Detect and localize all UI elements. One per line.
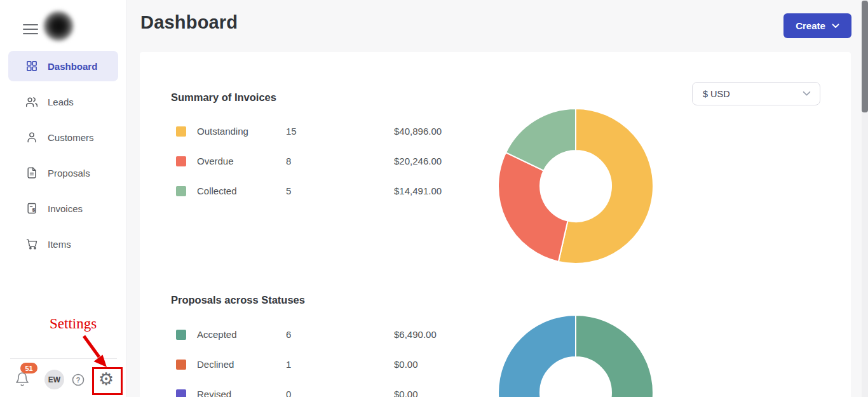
notifications-button[interactable]	[15, 372, 30, 389]
legend-label: Overdue	[197, 156, 234, 166]
legend-count: 1	[286, 359, 291, 370]
legend-count: 5	[286, 185, 291, 196]
legend-amount: $6,490.00	[394, 329, 437, 340]
legend-label: Accepted	[197, 329, 237, 340]
legend-label: Collected	[197, 185, 237, 196]
legend-swatch	[176, 360, 186, 370]
settings-button[interactable]: ⚙	[98, 371, 114, 388]
legend-amount: $20,246.00	[394, 156, 442, 166]
create-button[interactable]: Create	[783, 13, 851, 38]
legend-label: Declined	[197, 359, 234, 370]
dashboard-grid-icon	[25, 60, 38, 72]
help-button[interactable]: ?	[71, 373, 85, 389]
sidebar-divider	[10, 358, 117, 359]
legend-amount: $0.00	[394, 359, 418, 370]
chevron-down-icon	[803, 91, 811, 97]
create-button-label: Create	[796, 20, 825, 31]
sidebar-item-invoices[interactable]: $ Invoices	[8, 193, 118, 224]
invoice-dollar-icon: $	[25, 202, 38, 215]
sidebar-item-label: Invoices	[48, 203, 83, 214]
legend-swatch	[176, 186, 186, 196]
legend-count: 8	[286, 156, 291, 166]
legend-swatch	[176, 126, 186, 137]
sidebar-item-label: Items	[48, 239, 71, 250]
legend-swatch	[176, 330, 186, 340]
sidebar-item-customers[interactable]: Customers	[8, 122, 118, 152]
legend-label: Outstanding	[197, 126, 248, 137]
notification-badge: 51	[20, 363, 37, 373]
sidebar-item-label: Customers	[48, 132, 94, 143]
legend-count: 0	[286, 389, 291, 397]
svg-text:?: ?	[76, 376, 80, 384]
sidebar-item-proposals[interactable]: Proposals	[8, 158, 118, 188]
app-root: Dashboard Leads Customers	[0, 0, 868, 397]
sidebar-item-label: Proposals	[48, 168, 90, 178]
document-icon	[25, 166, 38, 179]
dashboard-card: $ USD Summary of Invoices Outstanding 15…	[140, 52, 851, 397]
currency-select[interactable]: $ USD	[692, 82, 820, 105]
legend-amount: $40,896.00	[394, 126, 442, 137]
customer-icon	[25, 131, 38, 144]
currency-value: $ USD	[703, 89, 730, 99]
invoices-donut-chart	[493, 104, 658, 269]
legend-swatch	[176, 389, 186, 397]
sidebar: Dashboard Leads Customers	[0, 0, 127, 397]
sidebar-item-items[interactable]: Items	[8, 229, 118, 259]
app-logo	[43, 11, 74, 41]
sidebar-item-label: Dashboard	[48, 61, 97, 72]
legend-label: Revised	[197, 389, 231, 397]
sidebar-nav: Dashboard Leads Customers	[8, 51, 118, 264]
chevron-down-icon	[832, 24, 839, 29]
legend-swatch	[176, 156, 186, 166]
menu-icon	[23, 24, 38, 25]
section-title-invoices: Summary of Invoices	[171, 91, 276, 104]
legend-count: 15	[286, 126, 297, 137]
svg-text:$: $	[32, 207, 36, 213]
sidebar-item-dashboard[interactable]: Dashboard	[8, 51, 118, 81]
legend-amount: $14,491.00	[394, 185, 442, 196]
user-avatar[interactable]: EW	[44, 370, 64, 389]
settings-annotation-label: Settings	[50, 316, 97, 332]
bell-icon	[15, 372, 30, 387]
scrollbar-thumb[interactable]	[862, 1, 868, 112]
legend-count: 6	[286, 329, 291, 340]
page-title: Dashboard	[140, 12, 238, 33]
sidebar-item-label: Leads	[48, 97, 74, 107]
proposals-donut-chart	[493, 310, 658, 397]
section-title-proposals: Proposals across Statuses	[171, 294, 305, 306]
scrollbar-track[interactable]	[862, 0, 868, 397]
hamburger-menu-button[interactable]	[23, 24, 38, 34]
sidebar-item-leads[interactable]: Leads	[8, 86, 118, 117]
leads-icon	[25, 95, 38, 108]
cart-icon	[25, 238, 38, 250]
settings-gear-icon: ⚙	[98, 370, 114, 389]
help-icon: ?	[71, 373, 85, 387]
legend-amount: $0.00	[394, 389, 418, 397]
